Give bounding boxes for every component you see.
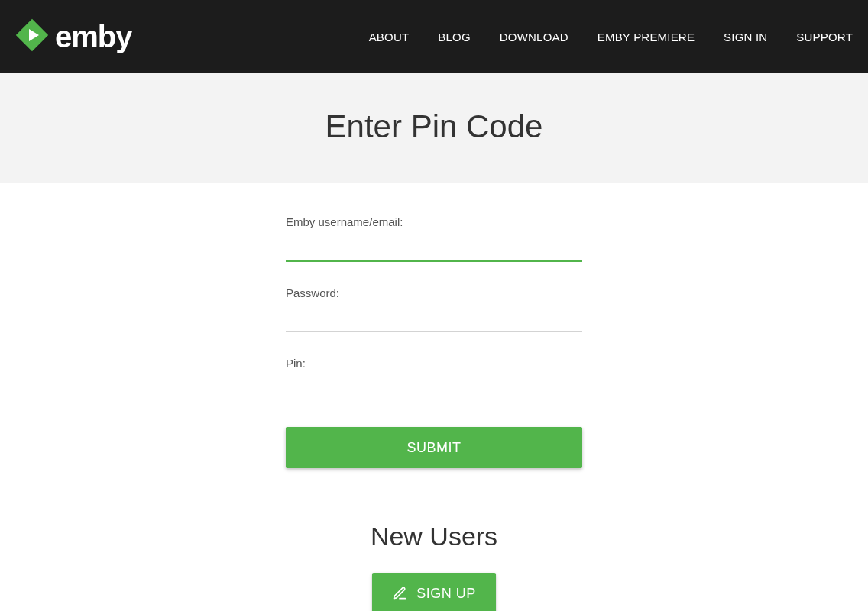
signup-button[interactable]: SIGN UP — [372, 573, 496, 611]
password-label: Password: — [286, 286, 582, 299]
brand-name: emby — [55, 21, 132, 52]
navbar: emby ABOUT BLOG DOWNLOAD EMBY PREMIERE S… — [0, 0, 868, 73]
nav-blog[interactable]: BLOG — [438, 31, 470, 44]
brand-logo[interactable]: emby — [14, 17, 132, 57]
submit-button[interactable]: SUBMIT — [286, 427, 582, 468]
nav-about[interactable]: ABOUT — [369, 31, 410, 44]
pin-form: Emby username/email: Password: Pin: SUBM… — [286, 215, 582, 468]
signup-button-label: SIGN UP — [416, 586, 476, 602]
username-label: Emby username/email: — [286, 215, 582, 228]
nav-download[interactable]: DOWNLOAD — [500, 31, 568, 44]
pin-input[interactable] — [286, 374, 582, 402]
emby-logo-icon — [14, 17, 50, 57]
new-users-section: New Users SIGN UP — [0, 522, 868, 611]
page-title: Enter Pin Code — [0, 108, 868, 145]
password-field-wrap: Password: — [286, 286, 582, 332]
nav-emby-premiere[interactable]: EMBY PREMIERE — [598, 31, 695, 44]
pin-field-wrap: Pin: — [286, 357, 582, 402]
nav-links: ABOUT BLOG DOWNLOAD EMBY PREMIERE SIGN I… — [369, 31, 853, 44]
password-input[interactable] — [286, 304, 582, 332]
page-hero: Enter Pin Code — [0, 73, 868, 183]
username-input[interactable] — [286, 233, 582, 262]
new-users-title: New Users — [0, 522, 868, 551]
nav-sign-in[interactable]: SIGN IN — [724, 31, 767, 44]
pin-label: Pin: — [286, 357, 582, 370]
username-field-wrap: Emby username/email: — [286, 215, 582, 262]
edit-icon — [392, 586, 407, 601]
nav-support[interactable]: SUPPORT — [796, 31, 853, 44]
